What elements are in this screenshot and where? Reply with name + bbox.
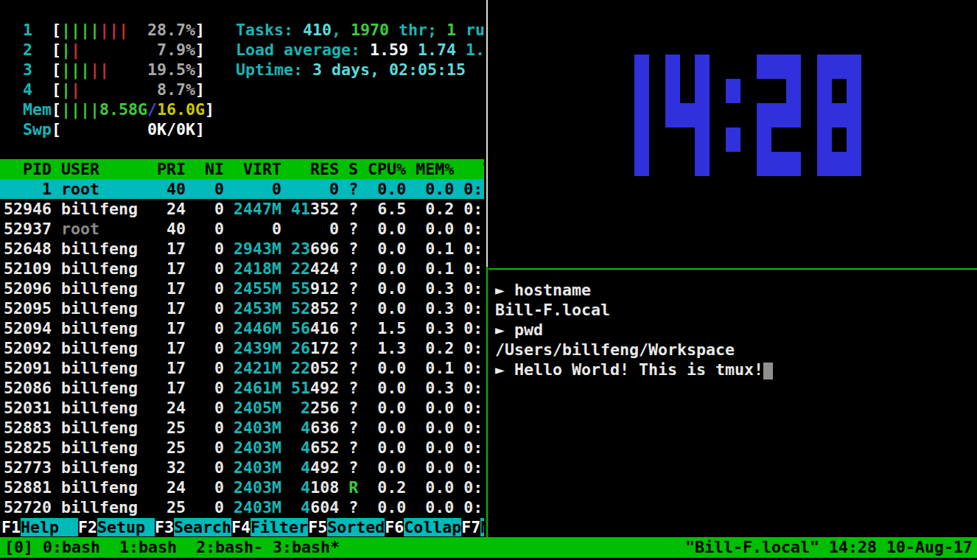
pane-border-horizontal-active[interactable] bbox=[489, 268, 977, 270]
column-header-MEM%[interactable]: MEM% bbox=[416, 160, 463, 178]
process-row-52946[interactable]: 52946 billfeng 24 0 2447M 41352 ? 6.5 0.… bbox=[0, 199, 484, 219]
load-average: Load average: 1.59 1.74 1. bbox=[236, 40, 484, 60]
meter-4: 4 [|| 8.7%] bbox=[4, 80, 214, 99]
column-header-VIRT[interactable]: VIRT bbox=[234, 160, 291, 178]
process-row-52825[interactable]: 52825 billfeng 25 0 2403M 4652 ? 0.0 0.0… bbox=[0, 438, 484, 458]
column-header-RES[interactable]: RES bbox=[291, 160, 349, 178]
process-row-52648[interactable]: 52648 billfeng 17 0 2943M 23696 ? 0.0 0.… bbox=[0, 239, 484, 259]
column-header-T[interactable]: T bbox=[463, 160, 484, 178]
process-row-52086[interactable]: 52086 billfeng 17 0 2461M 51492 ? 0.0 0.… bbox=[0, 378, 484, 398]
cpu-memory-meters: 1 [||||||| 28.7%] 2 [|| 7.9%] 3 [||||| 1… bbox=[4, 20, 214, 139]
prompt-arrow-icon: ► bbox=[495, 281, 514, 299]
process-row-52096[interactable]: 52096 billfeng 17 0 2455M 55912 ? 0.0 0.… bbox=[0, 279, 484, 298]
prompt-arrow-icon: ► bbox=[495, 360, 514, 379]
column-header-S[interactable]: S bbox=[349, 160, 368, 178]
process-row-52094[interactable]: 52094 billfeng 17 0 2446M 56416 ? 1.5 0.… bbox=[0, 318, 484, 338]
fkey-item-F3[interactable]: F3Search bbox=[155, 518, 231, 536]
tasks-summary: Tasks: 410, 1970 thr; 1 ru bbox=[236, 20, 484, 40]
meter-Swp: Swp[ 0K/0K] bbox=[4, 119, 214, 139]
process-row-52883[interactable]: 52883 billfeng 25 0 2403M 4636 ? 0.0 0.0… bbox=[0, 418, 484, 438]
fkey-item-F5[interactable]: F5Sorted bbox=[308, 518, 385, 536]
column-header-NI[interactable]: NI bbox=[195, 160, 234, 178]
tty-clock bbox=[489, 55, 977, 176]
fkey-item-F1[interactable]: F1Help bbox=[1, 518, 78, 536]
process-row-52109[interactable]: 52109 billfeng 17 0 2418M 22424 ? 0.0 0.… bbox=[0, 259, 484, 279]
shell-line: ► Hello World! This is tmux! bbox=[495, 360, 977, 379]
column-header-PRI[interactable]: PRI bbox=[157, 160, 195, 178]
shell-pane[interactable]: ► hostnameBill-F.local► pwd/Users/billfe… bbox=[489, 270, 977, 537]
meter-3: 3 [||||| 19.5%] bbox=[4, 60, 214, 80]
column-header-CPU%[interactable]: CPU% bbox=[368, 160, 416, 178]
process-row-52091[interactable]: 52091 billfeng 17 0 2421M 22052 ? 0.0 0.… bbox=[0, 358, 484, 378]
clock-digit-2 bbox=[757, 55, 801, 176]
meter-Mem: Mem[||||8.58G/16.0G] bbox=[4, 99, 214, 119]
clock-digit-8 bbox=[817, 55, 861, 176]
shell-line: /Users/billfeng/Workspace bbox=[495, 340, 977, 360]
column-header-PID[interactable]: PID bbox=[4, 160, 61, 178]
meter-1: 1 [||||||| 28.7%] bbox=[4, 20, 214, 40]
fkey-item-F2[interactable]: F2Setup bbox=[78, 518, 155, 536]
shell-line: ► hostname bbox=[495, 280, 977, 300]
process-row-52031[interactable]: 52031 billfeng 24 0 2405M 2256 ? 0.0 0.0… bbox=[0, 398, 484, 418]
text-cursor bbox=[763, 363, 773, 379]
shell-line: ► pwd bbox=[495, 320, 977, 340]
function-key-bar: F1Help F2Setup F3SearchF4FilterF5SortedF… bbox=[0, 517, 484, 537]
process-row-52937[interactable]: 52937 root 40 0 0 0 ? 0.0 0.0 0: bbox=[0, 219, 484, 239]
uptime: Uptime: 3 days, 02:05:15 bbox=[236, 60, 484, 80]
prompt-arrow-icon: ► bbox=[495, 321, 514, 339]
process-row-1[interactable]: 1 root 40 0 0 0 ? 0.0 0.0 0: bbox=[0, 179, 484, 199]
meter-2: 2 [|| 7.9%] bbox=[4, 40, 214, 60]
process-row-52773[interactable]: 52773 billfeng 32 0 2403M 4492 ? 0.0 0.0… bbox=[0, 458, 484, 477]
fkey-item-F4[interactable]: F4Filter bbox=[231, 518, 308, 536]
system-summary: Tasks: 410, 1970 thr; 1 ruLoad average: … bbox=[236, 20, 484, 80]
clock-pane[interactable] bbox=[489, 0, 977, 267]
process-row-52092[interactable]: 52092 billfeng 17 0 2439M 26172 ? 1.3 0.… bbox=[0, 338, 484, 358]
process-row-52881[interactable]: 52881 billfeng 24 0 2403M 4108 R 0.2 0.0… bbox=[0, 477, 484, 497]
clock-digit-1 bbox=[605, 55, 649, 176]
shell-output: ► hostnameBill-F.local► pwd/Users/billfe… bbox=[495, 280, 977, 379]
fkey-item-F7[interactable]: F7N bbox=[461, 518, 484, 536]
shell-line: Bill-F.local bbox=[495, 300, 977, 320]
process-row-52720[interactable]: 52720 billfeng 25 0 2403M 4604 ? 0.0 0.0… bbox=[0, 497, 484, 517]
process-row-52095[interactable]: 52095 billfeng 17 0 2453M 52852 ? 0.0 0.… bbox=[0, 298, 484, 318]
htop-pane[interactable]: 1 [||||||| 28.7%] 2 [|| 7.9%] 3 [||||| 1… bbox=[0, 0, 484, 537]
column-header-USER[interactable]: USER bbox=[61, 160, 157, 178]
pane-border-vertical-inactive[interactable] bbox=[486, 0, 488, 267]
tmux-status-right: "Bill-F.local" 14:28 10-Aug-17 bbox=[685, 537, 973, 558]
pane-border-vertical-active[interactable] bbox=[486, 267, 488, 537]
clock-digit-4 bbox=[665, 55, 710, 176]
clock-colon bbox=[726, 55, 740, 176]
process-table-header: PID USER PRI NI VIRT RES S CPU% MEM% T bbox=[0, 159, 484, 179]
fkey-item-F6[interactable]: F6Collap bbox=[385, 518, 461, 536]
process-table: PID USER PRI NI VIRT RES S CPU% MEM% T 1… bbox=[0, 159, 484, 517]
tmux-window-list[interactable]: [0] 0:bash 1:bash 2:bash- 3:bash* bbox=[4, 537, 340, 558]
tmux-status-bar: [0] 0:bash 1:bash 2:bash- 3:bash* "Bill-… bbox=[0, 537, 977, 558]
